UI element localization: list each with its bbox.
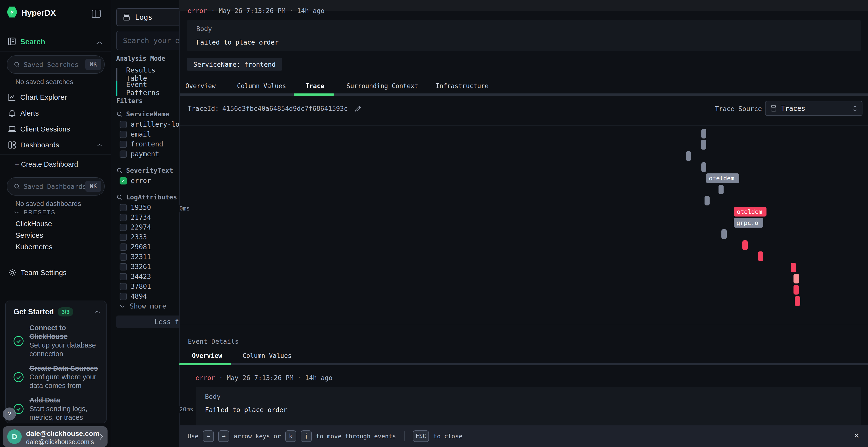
presets-header[interactable]: PRESETS [14, 209, 56, 216]
database-icon [123, 13, 131, 21]
sidebar-item-services[interactable]: Services [16, 231, 43, 239]
get-started-item[interactable]: Connect to ClickHouseSet up your databas… [13, 324, 100, 358]
checkbox-unchecked[interactable] [120, 273, 127, 280]
body-text: Failed to place order [205, 406, 287, 414]
filter-value-label: 21734 [131, 213, 151, 221]
checkbox-unchecked[interactable] [120, 214, 127, 221]
trace-span-bar[interactable] [794, 285, 799, 295]
check-circle-icon [13, 372, 24, 383]
chevron-up-icon[interactable] [94, 310, 100, 314]
saved-searches-input[interactable]: Saved Searches ⌘K [7, 56, 105, 74]
collapse-sidebar-icon[interactable] [91, 9, 101, 18]
checkbox-unchecked[interactable] [120, 263, 127, 271]
sidebar: HyperDX Search Saved Searches ⌘K No save… [0, 0, 112, 447]
checkbox-unchecked[interactable] [120, 283, 127, 290]
timeline-gridline [179, 212, 180, 406]
get-started-item-title: Add Data [29, 396, 100, 405]
get-started-item[interactable]: Create Data SourcesConfigure where your … [13, 364, 100, 390]
checkbox-unchecked[interactable] [120, 243, 127, 251]
checkbox-unchecked[interactable] [120, 141, 127, 148]
arrow-right-keycap: → [218, 431, 229, 442]
trace-span-bar[interactable] [791, 263, 796, 272]
sidebar-item-kubernetes[interactable]: Kubernetes [16, 243, 52, 251]
filter-value-label: 33261 [131, 263, 151, 271]
create-dashboard-button[interactable]: + Create Dashboard [15, 161, 78, 168]
chevron-down-icon [14, 211, 20, 214]
source-select-value: Logs [135, 13, 152, 22]
filter-value-label: error [131, 177, 151, 185]
sidebar-item-chart-explorer[interactable]: Chart Explorer [0, 90, 111, 105]
trace-span-bar[interactable] [758, 251, 763, 261]
avatar: D [7, 429, 22, 444]
sidebar-item-team-settings[interactable]: Team Settings [0, 265, 111, 280]
checkbox-checked[interactable]: ✓ [120, 177, 127, 184]
analysis-mode-label: Analysis Mode [116, 55, 165, 62]
sidebar-item-client-sessions[interactable]: Client Sessions [0, 122, 111, 137]
sidebar-item-clickhouse[interactable]: ClickHouse [16, 220, 52, 228]
arrow-left-keycap: ← [203, 431, 214, 442]
get-started-item[interactable]: Add DataStart sending logs, metrics, or … [13, 396, 100, 422]
trace-span-bar[interactable]: oteldem [706, 173, 739, 183]
event-details-tab-overview[interactable]: Overview [192, 352, 222, 359]
trace-span-bar[interactable] [795, 296, 800, 306]
checkbox-unchecked[interactable] [120, 253, 127, 261]
trace-span-bar[interactable] [702, 129, 706, 138]
checkbox-unchecked[interactable] [120, 121, 127, 128]
trace-span-bar[interactable] [701, 140, 706, 149]
get-started-title: Get Started [13, 308, 54, 316]
trace-span-bar[interactable] [702, 162, 706, 172]
mode-results-table[interactable]: Results Table [116, 68, 179, 81]
event-timestamp: May 26 7:13:26 PM [227, 374, 293, 381]
trace-span-bar[interactable]: oteldem [734, 207, 767, 216]
help-button[interactable]: ? [3, 408, 16, 420]
divider [179, 325, 868, 325]
checkbox-unchecked[interactable] [120, 150, 127, 158]
get-started-card: Get Started 3/3 Connect to ClickHouseSet… [5, 301, 106, 423]
search-icon [116, 111, 123, 117]
sidebar-item-dashboards[interactable]: Dashboards [0, 137, 111, 153]
get-started-item-subtitle: Start sending logs, metrics, or traces [29, 405, 100, 422]
filter-value-label: 32311 [131, 253, 151, 261]
chevron-up-icon[interactable] [96, 41, 103, 45]
checkbox-unchecked[interactable] [120, 234, 127, 241]
checkbox-unchecked[interactable] [120, 131, 127, 138]
close-icon[interactable]: ✕ [854, 430, 859, 440]
body-label: Body [205, 393, 221, 400]
search-filters-panel: Logs Search your ev Analysis Mode Result… [111, 0, 179, 447]
saved-dashboards-input[interactable]: Saved Dashboards ⌘K [7, 177, 105, 196]
user-card[interactable]: D dale@clickhouse.com dale@clickhouse.co… [3, 426, 107, 447]
filter-value-label: 19350 [131, 204, 151, 211]
trace-span-bar[interactable] [742, 240, 748, 250]
chart-icon [8, 93, 17, 102]
get-started-text: Connect to ClickHouseSet up your databas… [29, 324, 100, 358]
sidebar-item-search[interactable]: Search [20, 38, 45, 46]
user-subtitle: dale@clickhouse.com's [26, 438, 94, 446]
filter-value-label: 2333 [131, 233, 147, 241]
trace-span-bar[interactable] [686, 151, 691, 161]
k-keycap: k [285, 431, 296, 442]
event-details-body-card: Body Failed to place order [196, 387, 861, 426]
shortcut-badge: ⌘K [85, 181, 101, 192]
active-tab-indicator [179, 363, 231, 365]
gear-icon [8, 268, 17, 277]
filter-value-label: 34423 [131, 273, 151, 281]
trace-span-bar[interactable] [721, 229, 727, 239]
trace-span-bar[interactable] [705, 196, 710, 205]
chevron-right-icon [99, 433, 103, 440]
event-details-tab-column-values[interactable]: Column Values [243, 352, 292, 359]
trace-span-bar[interactable]: grpc.o [734, 218, 763, 228]
filters-label: Filters [116, 97, 143, 105]
no-saved-dashboards-text: No saved dashboards [16, 200, 81, 208]
checkbox-unchecked[interactable] [120, 224, 127, 231]
app-root: HyperDX Search Saved Searches ⌘K No save… [0, 0, 868, 447]
trace-span-bar[interactable] [794, 274, 799, 283]
checkbox-unchecked[interactable] [120, 204, 127, 211]
filter-value-label: 22974 [131, 223, 151, 231]
checkbox-unchecked[interactable] [120, 293, 127, 300]
saved-dashboards-placeholder: Saved Dashboards [24, 183, 86, 190]
filter-group-name: ServiceName [126, 110, 169, 118]
mode-event-patterns[interactable]: Event Patterns [116, 81, 179, 96]
chevron-up-icon[interactable] [96, 143, 103, 147]
sidebar-item-alerts[interactable]: Alerts [0, 105, 111, 121]
trace-span-bar[interactable] [718, 185, 723, 194]
